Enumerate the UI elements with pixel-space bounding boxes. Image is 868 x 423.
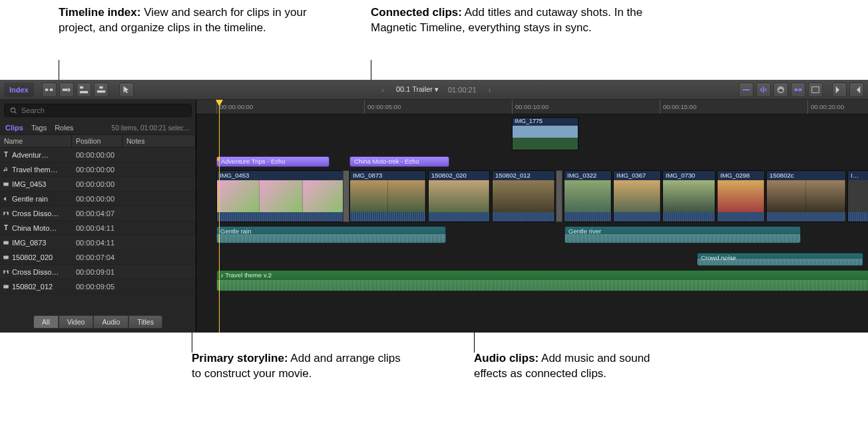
index-row[interactable]: Gentle rain00:00:00:00: [0, 192, 196, 206]
connect-button[interactable]: [94, 82, 108, 97]
audio-clip[interactable]: Crowd noise: [697, 253, 863, 266]
row-position: 00:00:04:07: [72, 210, 122, 217]
lane-music: ♪ Travel theme v.2: [196, 270, 868, 291]
primary-clip[interactable]: 150802c: [766, 170, 846, 222]
clip-thumbnail: [217, 180, 345, 212]
audio-clip[interactable]: Gentle river: [564, 226, 801, 243]
index-row[interactable]: 150802_01200:00:09:05: [0, 279, 196, 294]
index-row[interactable]: Travel them…00:00:00:00: [0, 162, 196, 177]
insert-button[interactable]: [42, 82, 57, 97]
col-position[interactable]: Position: [72, 135, 122, 147]
primary-clip[interactable]: IMG_0453: [216, 170, 346, 222]
clip-waveform: [217, 280, 868, 291]
svg-rect-11: [795, 88, 797, 91]
project-title[interactable]: 00.1 Trailer ▾: [396, 85, 439, 94]
time-ruler[interactable]: 00:00:00:0000:00:05:0000:00:10:0000:00:1…: [196, 100, 868, 114]
clip-label: IMG_0322: [564, 171, 611, 180]
clip-waveform: [614, 212, 660, 221]
snapping-button[interactable]: [791, 82, 805, 97]
svg-rect-4: [80, 90, 88, 93]
title-clip[interactable]: Adventure Trips - Echo: [216, 156, 329, 167]
mark-out-button[interactable]: [849, 82, 864, 97]
clip-thumbnail: [493, 180, 554, 212]
row-icon: [0, 210, 12, 217]
clip-waveform: [718, 212, 764, 221]
index-row[interactable]: Cross Disso…00:00:09:01: [0, 265, 196, 279]
index-columns: Name Position Notes: [0, 134, 196, 148]
overwrite-button[interactable]: [77, 82, 91, 97]
lane-audio-1: Gentle rainGentle river: [196, 226, 868, 243]
index-filters: All Video Audio Titles: [33, 315, 162, 329]
index-row[interactable]: Cross Disso…00:00:04:07: [0, 206, 196, 221]
row-position: 00:00:07:04: [72, 253, 122, 261]
clip-thumbnail: [429, 180, 489, 212]
svg-rect-16: [3, 182, 9, 186]
svg-rect-3: [80, 86, 83, 88]
col-notes[interactable]: Notes: [122, 135, 196, 147]
index-row[interactable]: 150802_02000:00:07:04: [0, 250, 196, 265]
row-icon: [0, 269, 12, 275]
timeline[interactable]: 00:00:00:0000:00:05:0000:00:10:0000:00:1…: [196, 100, 868, 333]
clip-label: I…: [848, 171, 868, 180]
audio-clip[interactable]: ♪ Travel theme v.2: [216, 270, 868, 291]
append-button[interactable]: [59, 82, 74, 97]
primary-clip[interactable]: I…: [847, 170, 868, 222]
index-row[interactable]: IMG_045300:00:00:00: [0, 177, 196, 192]
mark-in-button[interactable]: [832, 82, 847, 97]
row-name: China Moto…: [12, 224, 72, 232]
row-icon: T: [0, 151, 12, 158]
timeline-panel: Index ‹ 00.1 Trailer ▾ 01:00:21 ›: [0, 80, 868, 333]
primary-clip[interactable]: 150802_020: [428, 170, 490, 222]
playhead[interactable]: [219, 100, 220, 333]
lane-titles: Adventure Trips - EchoChina Moto-trek - …: [196, 156, 868, 168]
filter-video[interactable]: Video: [59, 315, 94, 329]
clip-label: 150802_020: [429, 171, 489, 180]
transition[interactable]: [556, 170, 562, 222]
primary-clip[interactable]: IMG_0367: [613, 170, 661, 222]
row-position: 00:00:00:00: [72, 180, 122, 188]
clip-waveform: [350, 212, 425, 221]
index-count: 50 items, 01:00:21 selec…: [112, 124, 190, 132]
next-edit-button[interactable]: ›: [486, 86, 494, 94]
index-row[interactable]: TAdventur…00:00:00:00: [0, 148, 196, 162]
search-field[interactable]: [4, 104, 192, 117]
title-clip[interactable]: China Moto-trek - Echo: [349, 156, 449, 167]
prev-edit-button[interactable]: ‹: [379, 86, 387, 94]
index-button[interactable]: Index: [4, 82, 34, 97]
col-name[interactable]: Name: [0, 135, 72, 147]
solo-button[interactable]: [773, 82, 788, 97]
search-input[interactable]: [21, 106, 186, 114]
filter-audio[interactable]: Audio: [93, 315, 128, 329]
audio-clip[interactable]: Gentle rain: [216, 226, 446, 243]
ruler-mark: 00:00:00:00: [216, 100, 253, 114]
ruler-mark: 00:00:10:00: [512, 100, 548, 114]
filter-all[interactable]: All: [33, 315, 59, 329]
timeline-index: Clips Tags Roles 50 items, 01:00:21 sele…: [0, 100, 196, 333]
index-row[interactable]: TChina Moto…00:00:04:11: [0, 221, 196, 235]
primary-clip[interactable]: IMG_0298: [717, 170, 765, 222]
svg-point-14: [11, 108, 15, 112]
callout-primary-storyline: Primary storyline: Add and arrange clips…: [192, 351, 411, 382]
filter-titles[interactable]: Titles: [128, 315, 162, 329]
clip-label: IMG_0873: [350, 171, 425, 180]
row-name: Cross Disso…: [12, 210, 72, 217]
project-duration: 01:00:21: [448, 86, 477, 94]
primary-clip[interactable]: IMG_0873: [349, 170, 426, 222]
primary-clip[interactable]: 150802_012: [492, 170, 555, 222]
clip-label: IMG_0298: [718, 171, 764, 180]
audio-skimming-button[interactable]: [756, 82, 771, 97]
clip-thumbnail: [513, 126, 578, 150]
clip-appearance-button[interactable]: [808, 82, 823, 97]
select-tool-button[interactable]: [119, 82, 134, 97]
tab-tags[interactable]: Tags: [31, 124, 47, 132]
transition[interactable]: [343, 170, 349, 222]
index-row[interactable]: IMG_087300:00:04:11: [0, 235, 196, 250]
ruler-mark: 00:00:05:00: [364, 100, 401, 114]
svg-rect-18: [3, 255, 9, 259]
tab-clips[interactable]: Clips: [5, 124, 23, 132]
tab-roles[interactable]: Roles: [55, 124, 73, 132]
skimming-button[interactable]: [739, 82, 754, 97]
primary-clip[interactable]: IMG_0322: [564, 170, 612, 222]
primary-clip[interactable]: IMG_0730: [662, 170, 716, 222]
connected-clip[interactable]: IMG_1775: [512, 117, 578, 150]
